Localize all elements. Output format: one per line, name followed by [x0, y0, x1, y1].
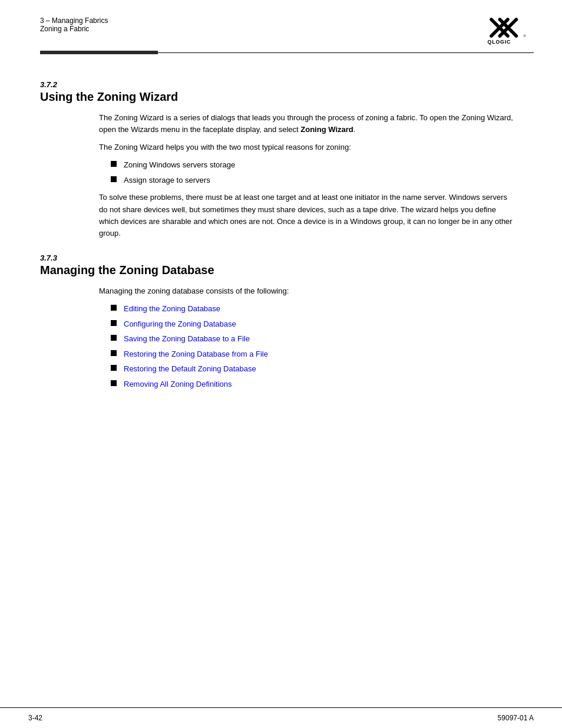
link-removing-all-zoning-definitions[interactable]: Removing All Zoning Definitions [124, 378, 232, 390]
link-item-restoring-default: Restoring the Default Zoning Database [111, 363, 516, 375]
svg-text:®: ® [523, 34, 526, 38]
header-text: 3 – Managing Fabrics Zoning a Fabric [40, 17, 108, 33]
bullet-square-restoring-file [111, 350, 117, 356]
bullet-item-2: Assign storage to servers [111, 174, 516, 186]
footer-page-number: 3-42 [28, 714, 42, 722]
bullet-item-1: Zoning Windows servers storage [111, 159, 516, 171]
section-372-para1: The Zoning Wizard is a series of dialogs… [99, 112, 516, 136]
header-line2: Zoning a Fabric [40, 25, 108, 33]
link-item-saving: Saving the Zoning Database to a File [111, 333, 516, 345]
bullet-label-1: Zoning Windows servers storage [124, 159, 235, 171]
section-372-para1-end: . [353, 125, 356, 134]
main-content: 3.7.2 Using the Zoning Wizard The Zoning… [0, 54, 562, 407]
section-372-para1-bold: Zoning Wizard [300, 125, 353, 134]
link-item-restoring-file: Restoring the Zoning Database from a Fil… [111, 348, 516, 360]
section-373-title: Managing the Zoning Database [40, 263, 534, 277]
section-372-para3: To solve these problems, there must be a… [99, 192, 516, 239]
page: 3 – Managing Fabrics Zoning a Fabric QLO… [0, 0, 562, 728]
link-item-configuring: Configuring the Zoning Database [111, 318, 516, 330]
bullet-square-saving [111, 335, 117, 341]
section-372-number: 3.7.2 [40, 80, 534, 89]
section-372-title: Using the Zoning Wizard [40, 90, 534, 104]
qlogic-logo: QLOGIC ® [487, 17, 534, 46]
bullet-square-1 [111, 161, 117, 167]
link-configuring-zoning-database[interactable]: Configuring the Zoning Database [124, 318, 236, 330]
section-373-intro: Managing the zoning database consists of… [99, 285, 516, 297]
bullet-square-editing [111, 305, 117, 311]
svg-text:QLOGIC: QLOGIC [488, 39, 511, 45]
section-373-number: 3.7.3 [40, 253, 534, 262]
bullet-square-2 [111, 176, 117, 182]
bullet-square-restoring-default [111, 365, 117, 371]
section-372-bullets: Zoning Windows servers storage Assign st… [111, 159, 516, 186]
header-line1: 3 – Managing Fabrics [40, 17, 108, 25]
rule-light-bar [158, 52, 534, 53]
link-item-removing: Removing All Zoning Definitions [111, 378, 516, 390]
link-restoring-default-zoning-database[interactable]: Restoring the Default Zoning Database [124, 363, 256, 375]
section-372-para2: The Zoning Wizard helps you with the two… [99, 141, 516, 153]
section-372: 3.7.2 Using the Zoning Wizard The Zoning… [40, 80, 534, 239]
bullet-square-configuring [111, 320, 117, 326]
header: 3 – Managing Fabrics Zoning a Fabric QLO… [0, 0, 562, 46]
logo-container: QLOGIC ® [487, 17, 534, 46]
section-373-links: Editing the Zoning Database Configuring … [111, 303, 516, 390]
footer: 3-42 59097-01 A [0, 707, 562, 728]
link-restoring-zoning-database-file[interactable]: Restoring the Zoning Database from a Fil… [124, 348, 268, 360]
link-saving-zoning-database[interactable]: Saving the Zoning Database to a File [124, 333, 250, 345]
section-373: 3.7.3 Managing the Zoning Database Manag… [40, 253, 534, 390]
bullet-square-removing [111, 380, 117, 386]
rule-dark-bar [40, 51, 158, 54]
bullet-label-2: Assign storage to servers [124, 174, 210, 186]
link-item-editing: Editing the Zoning Database [111, 303, 516, 315]
footer-doc-number: 59097-01 A [498, 714, 534, 722]
link-editing-zoning-database[interactable]: Editing the Zoning Database [124, 303, 220, 315]
